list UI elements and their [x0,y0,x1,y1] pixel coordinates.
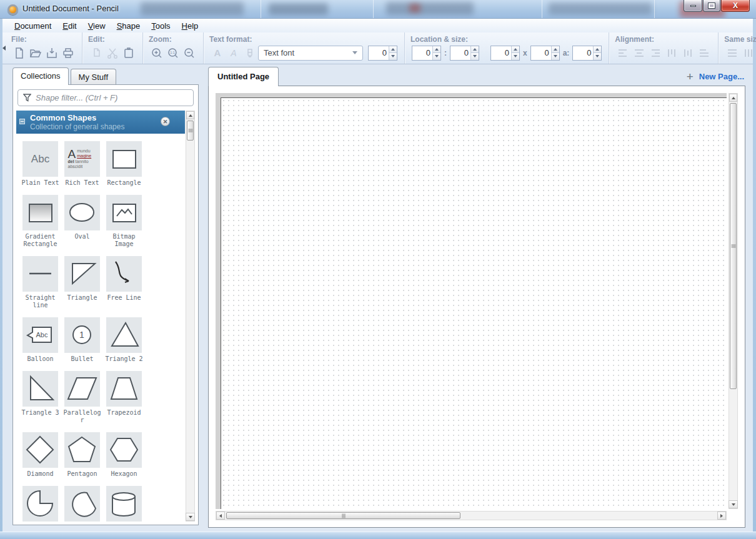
shape-item-straight-line[interactable]: Straight line [20,256,61,309]
vertical-scroll-thumb[interactable] [730,103,737,389]
shape-item-plain-text[interactable]: AbcPlain Text [20,141,61,187]
shape-item-pentagon[interactable]: Pentagon [62,432,103,478]
scroll-left-button[interactable] [216,512,225,520]
free-line-icon[interactable] [106,256,142,292]
y-spinner[interactable]: 0 [450,46,479,61]
shape-item-rectangle[interactable]: Rectangle [104,141,145,187]
collection-header[interactable]: Common Shapes Collection of general shap… [16,111,185,134]
width-spinner[interactable]: 0 [490,46,520,61]
shape-item-bullet[interactable]: 1Bullet [62,317,103,363]
shape-item-rich-text[interactable]: Amundumaginedel tannitoabsciditRich Text [62,141,103,187]
zoom-reset-button[interactable]: 1:1 [165,46,181,61]
zoom-out-button[interactable] [181,46,197,61]
pentagon-icon[interactable] [64,432,100,468]
tab-my-stuff[interactable]: My Stuff [71,69,116,85]
print-button[interactable] [60,46,76,61]
triangle-2-icon[interactable] [106,317,142,353]
diamond-icon[interactable] [22,432,58,468]
save-document-button[interactable] [44,46,60,61]
align-bottom-button[interactable] [696,46,712,61]
straight-line-icon[interactable] [22,256,58,292]
same-width-button[interactable] [724,46,740,61]
bold-button[interactable]: A [209,46,226,61]
shape-item-oval[interactable]: Oval [62,195,103,248]
zoom-in-button[interactable] [149,46,165,61]
balloon-icon[interactable]: Abc [22,317,58,353]
menu-edit[interactable]: Edit [57,20,82,32]
close-button[interactable]: X [721,0,750,12]
collection-close-icon[interactable]: ✕ [161,117,170,126]
new-page-button[interactable]: + New Page... [687,71,744,82]
minimize-button[interactable] [684,0,702,12]
shape-item-gradient-rectangle[interactable]: Gradient Rectangle [20,195,61,248]
copy-button[interactable] [88,46,104,61]
gradient-rectangle-icon[interactable] [22,195,58,230]
spin-up-button[interactable] [471,46,479,54]
spin-up-button[interactable] [389,46,397,54]
shape-item-can[interactable]: Can [104,486,145,522]
menu-shape[interactable]: Shape [111,20,146,32]
canvas-vertical-scrollbar[interactable] [729,93,738,509]
shape-item-triangle-3[interactable]: Triangle 3 [20,371,61,424]
paste-button[interactable] [121,46,137,61]
shape-item-balloon[interactable]: AbcBalloon [20,317,61,363]
scroll-down-button[interactable] [186,513,195,521]
shape-item-trapezoid[interactable]: Trapezoid [104,371,145,424]
shape-filter-input[interactable]: Shape filter... (Ctrl + F) [17,89,194,106]
spin-up-button[interactable] [552,46,559,54]
sidebar-scroll-thumb[interactable] [187,121,194,141]
plain-text-icon[interactable]: Abc [22,141,58,177]
can-icon[interactable] [106,486,142,522]
spin-down-button[interactable] [389,53,397,60]
scroll-up-button[interactable] [729,94,737,102]
chord-icon[interactable] [64,486,100,522]
font-size-spinner[interactable]: 0 [368,46,397,61]
italic-button[interactable]: A [226,46,242,61]
spin-down-button[interactable] [433,53,440,60]
bitmap-image-icon[interactable] [106,195,142,230]
bullet-icon[interactable]: 1 [64,317,100,353]
tab-collections[interactable]: Collections [12,67,69,85]
align-right-button[interactable] [647,46,664,61]
menu-help[interactable]: Help [176,20,204,32]
sidebar-scrollbar[interactable] [186,111,195,522]
spin-up-button[interactable] [433,46,440,54]
align-top-button[interactable] [664,46,680,61]
open-document-button[interactable] [27,46,44,61]
cut-button[interactable] [104,46,121,61]
shape-item-bitmap-image[interactable]: Bitmap Image [104,195,145,248]
canvas-viewport[interactable] [216,93,727,509]
angle-spinner[interactable]: 0 [572,46,602,61]
menu-view[interactable]: View [82,20,111,32]
spin-up-button[interactable] [594,46,601,54]
spin-down-button[interactable] [512,53,519,60]
drawing-page[interactable] [221,97,727,509]
shape-item-free-line[interactable]: Free Line [104,256,145,309]
shape-item-hexagon[interactable]: Hexagon [104,432,145,478]
scroll-down-button[interactable] [729,500,738,508]
rectangle-icon[interactable] [106,141,142,177]
shape-item-parallelogram[interactable]: Parallelogr [62,371,103,424]
page-tab-untitled[interactable]: Untitled Page [208,67,279,86]
titlebar[interactable]: Untitled Document - Pencil X [0,0,756,19]
oval-icon[interactable] [64,195,100,230]
spin-down-button[interactable] [552,53,559,60]
canvas-horizontal-scrollbar[interactable] [216,511,727,520]
height-spinner[interactable]: 0 [530,46,560,61]
menu-tools[interactable]: Tools [146,20,176,32]
maximize-button[interactable] [703,0,720,12]
triangle-icon[interactable] [64,256,100,292]
spin-down-button[interactable] [471,53,479,60]
rich-text-icon[interactable]: Amundumaginedel tannitoabscidit [64,141,100,177]
new-document-button[interactable] [11,46,27,61]
hexagon-icon[interactable] [106,432,142,468]
x-spinner[interactable]: 0 [412,46,441,61]
horizontal-scroll-thumb[interactable] [226,512,460,519]
shape-item-triangle-2[interactable]: Triangle 2 [104,317,145,363]
pie-icon[interactable] [22,486,58,522]
app-icon[interactable] [7,4,18,15]
shape-item-chord[interactable]: Chord [62,486,103,522]
spin-up-button[interactable] [512,46,519,54]
trapezoid-icon[interactable] [106,371,142,407]
align-center-button[interactable] [631,46,647,61]
